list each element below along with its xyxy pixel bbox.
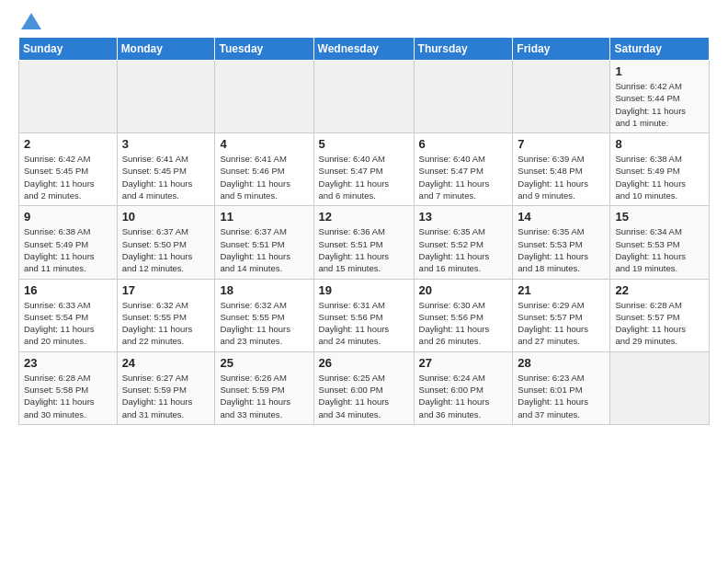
day-info: Sunrise: 6:38 AM Sunset: 5:49 PM Dayligh… — [24, 225, 112, 274]
weekday-header-monday: Monday — [117, 38, 215, 61]
day-number: 28 — [518, 356, 605, 370]
calendar-week-5: 23Sunrise: 6:28 AM Sunset: 5:58 PM Dayli… — [19, 351, 710, 424]
day-info: Sunrise: 6:32 AM Sunset: 5:55 PM Dayligh… — [122, 299, 210, 348]
calendar-cell — [610, 351, 710, 424]
calendar-cell — [313, 61, 414, 133]
day-info: Sunrise: 6:23 AM Sunset: 6:01 PM Dayligh… — [518, 372, 605, 420]
day-number: 2 — [24, 137, 112, 151]
day-info: Sunrise: 6:29 AM Sunset: 5:57 PM Dayligh… — [518, 299, 605, 348]
calendar-cell: 15Sunrise: 6:34 AM Sunset: 5:53 PM Dayli… — [610, 206, 710, 279]
calendar-table: SundayMondayTuesdayWednesdayThursdayFrid… — [18, 37, 710, 425]
day-info: Sunrise: 6:34 AM Sunset: 5:53 PM Dayligh… — [615, 225, 704, 274]
logo — [18, 15, 41, 29]
day-info: Sunrise: 6:24 AM Sunset: 6:00 PM Dayligh… — [419, 372, 508, 420]
day-info: Sunrise: 6:41 AM Sunset: 5:45 PM Dayligh… — [122, 153, 210, 201]
day-info: Sunrise: 6:42 AM Sunset: 5:44 PM Dayligh… — [615, 80, 704, 129]
day-info: Sunrise: 6:35 AM Sunset: 5:53 PM Dayligh… — [518, 225, 605, 274]
day-number: 16 — [24, 283, 112, 297]
day-number: 7 — [518, 137, 605, 151]
calendar-header: SundayMondayTuesdayWednesdayThursdayFrid… — [19, 38, 710, 61]
day-info: Sunrise: 6:27 AM Sunset: 5:59 PM Dayligh… — [122, 372, 210, 420]
day-info: Sunrise: 6:30 AM Sunset: 5:56 PM Dayligh… — [419, 299, 508, 348]
calendar-cell: 17Sunrise: 6:32 AM Sunset: 5:55 PM Dayli… — [117, 279, 215, 351]
day-number: 14 — [518, 210, 605, 224]
day-number: 6 — [419, 137, 508, 151]
weekday-header-tuesday: Tuesday — [215, 38, 313, 61]
calendar-cell — [19, 61, 118, 133]
day-info: Sunrise: 6:39 AM Sunset: 5:48 PM Dayligh… — [518, 153, 605, 201]
day-info: Sunrise: 6:26 AM Sunset: 5:59 PM Dayligh… — [220, 372, 308, 420]
day-info: Sunrise: 6:32 AM Sunset: 5:55 PM Dayligh… — [220, 299, 308, 348]
weekday-header-row: SundayMondayTuesdayWednesdayThursdayFrid… — [19, 38, 710, 61]
calendar-cell: 2Sunrise: 6:42 AM Sunset: 5:45 PM Daylig… — [19, 133, 118, 206]
calendar-cell: 21Sunrise: 6:29 AM Sunset: 5:57 PM Dayli… — [513, 279, 610, 351]
svg-marker-0 — [21, 13, 41, 29]
day-number: 21 — [518, 283, 605, 297]
calendar-week-2: 2Sunrise: 6:42 AM Sunset: 5:45 PM Daylig… — [19, 133, 710, 206]
day-number: 5 — [319, 137, 409, 151]
day-number: 1 — [615, 64, 704, 78]
calendar-cell: 6Sunrise: 6:40 AM Sunset: 5:47 PM Daylig… — [414, 133, 513, 206]
calendar-cell: 19Sunrise: 6:31 AM Sunset: 5:56 PM Dayli… — [313, 279, 414, 351]
calendar-cell: 26Sunrise: 6:25 AM Sunset: 6:00 PM Dayli… — [313, 351, 414, 424]
day-number: 10 — [122, 210, 210, 224]
logo-icon — [21, 13, 41, 29]
calendar-cell: 3Sunrise: 6:41 AM Sunset: 5:45 PM Daylig… — [117, 133, 215, 206]
day-number: 3 — [122, 137, 210, 151]
day-number: 11 — [220, 210, 308, 224]
calendar-cell: 20Sunrise: 6:30 AM Sunset: 5:56 PM Dayli… — [414, 279, 513, 351]
calendar-cell — [117, 61, 215, 133]
calendar-cell: 10Sunrise: 6:37 AM Sunset: 5:50 PM Dayli… — [117, 206, 215, 279]
day-info: Sunrise: 6:28 AM Sunset: 5:57 PM Dayligh… — [615, 299, 704, 348]
calendar-cell: 23Sunrise: 6:28 AM Sunset: 5:58 PM Dayli… — [19, 351, 118, 424]
day-number: 24 — [122, 356, 210, 370]
day-number: 27 — [419, 356, 508, 370]
day-info: Sunrise: 6:41 AM Sunset: 5:46 PM Dayligh… — [220, 153, 308, 201]
day-number: 12 — [319, 210, 409, 224]
day-number: 17 — [122, 283, 210, 297]
calendar-cell — [414, 61, 513, 133]
weekday-header-sunday: Sunday — [19, 38, 118, 61]
calendar-cell — [513, 61, 610, 133]
day-info: Sunrise: 6:35 AM Sunset: 5:52 PM Dayligh… — [419, 225, 508, 274]
calendar-cell: 14Sunrise: 6:35 AM Sunset: 5:53 PM Dayli… — [513, 206, 610, 279]
calendar-cell: 13Sunrise: 6:35 AM Sunset: 5:52 PM Dayli… — [414, 206, 513, 279]
weekday-header-saturday: Saturday — [610, 38, 710, 61]
day-info: Sunrise: 6:25 AM Sunset: 6:00 PM Dayligh… — [319, 372, 409, 420]
calendar-body: 1Sunrise: 6:42 AM Sunset: 5:44 PM Daylig… — [19, 61, 710, 425]
day-number: 20 — [419, 283, 508, 297]
calendar-cell: 4Sunrise: 6:41 AM Sunset: 5:46 PM Daylig… — [215, 133, 313, 206]
day-number: 26 — [319, 356, 409, 370]
day-info: Sunrise: 6:38 AM Sunset: 5:49 PM Dayligh… — [615, 153, 704, 201]
day-info: Sunrise: 6:33 AM Sunset: 5:54 PM Dayligh… — [24, 299, 112, 348]
day-info: Sunrise: 6:40 AM Sunset: 5:47 PM Dayligh… — [319, 153, 409, 201]
calendar-week-4: 16Sunrise: 6:33 AM Sunset: 5:54 PM Dayli… — [19, 279, 710, 351]
calendar-cell: 24Sunrise: 6:27 AM Sunset: 5:59 PM Dayli… — [117, 351, 215, 424]
day-number: 19 — [319, 283, 409, 297]
header — [18, 15, 710, 29]
calendar-cell: 18Sunrise: 6:32 AM Sunset: 5:55 PM Dayli… — [215, 279, 313, 351]
calendar-cell: 28Sunrise: 6:23 AM Sunset: 6:01 PM Dayli… — [513, 351, 610, 424]
calendar-cell: 7Sunrise: 6:39 AM Sunset: 5:48 PM Daylig… — [513, 133, 610, 206]
calendar-cell: 25Sunrise: 6:26 AM Sunset: 5:59 PM Dayli… — [215, 351, 313, 424]
calendar-cell: 9Sunrise: 6:38 AM Sunset: 5:49 PM Daylig… — [19, 206, 118, 279]
day-number: 13 — [419, 210, 508, 224]
day-info: Sunrise: 6:37 AM Sunset: 5:51 PM Dayligh… — [220, 225, 308, 274]
calendar-cell: 5Sunrise: 6:40 AM Sunset: 5:47 PM Daylig… — [313, 133, 414, 206]
calendar-cell: 1Sunrise: 6:42 AM Sunset: 5:44 PM Daylig… — [610, 61, 710, 133]
calendar-cell: 8Sunrise: 6:38 AM Sunset: 5:49 PM Daylig… — [610, 133, 710, 206]
day-info: Sunrise: 6:36 AM Sunset: 5:51 PM Dayligh… — [319, 225, 409, 274]
day-number: 9 — [24, 210, 112, 224]
day-info: Sunrise: 6:28 AM Sunset: 5:58 PM Dayligh… — [24, 372, 112, 420]
calendar-cell — [215, 61, 313, 133]
calendar-cell: 12Sunrise: 6:36 AM Sunset: 5:51 PM Dayli… — [313, 206, 414, 279]
day-number: 25 — [220, 356, 308, 370]
calendar-cell: 16Sunrise: 6:33 AM Sunset: 5:54 PM Dayli… — [19, 279, 118, 351]
calendar-week-1: 1Sunrise: 6:42 AM Sunset: 5:44 PM Daylig… — [19, 61, 710, 133]
weekday-header-thursday: Thursday — [414, 38, 513, 61]
day-info: Sunrise: 6:37 AM Sunset: 5:50 PM Dayligh… — [122, 225, 210, 274]
calendar-cell: 22Sunrise: 6:28 AM Sunset: 5:57 PM Dayli… — [610, 279, 710, 351]
day-number: 23 — [24, 356, 112, 370]
day-info: Sunrise: 6:31 AM Sunset: 5:56 PM Dayligh… — [319, 299, 409, 348]
day-number: 8 — [615, 137, 704, 151]
